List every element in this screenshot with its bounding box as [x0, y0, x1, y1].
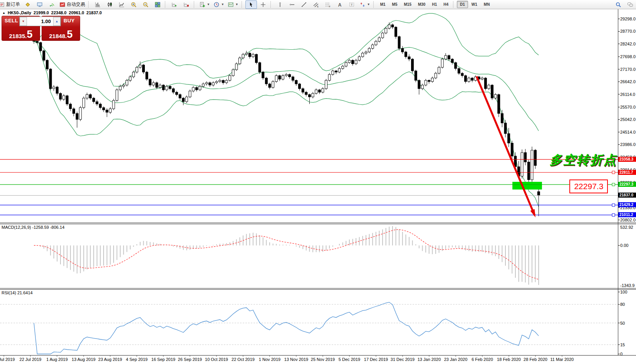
auto-scroll-button[interactable]: [169, 0, 180, 9]
svg-text:E: E: [317, 5, 319, 8]
templates-button[interactable]: ▼: [226, 0, 240, 9]
fibonacci-button[interactable]: F: [322, 0, 334, 9]
price-callout-label[interactable]: 22297.3: [569, 179, 608, 193]
rsi-level-label: 0: [620, 352, 623, 356]
zoom-out-button[interactable]: [140, 0, 151, 9]
annotation-text[interactable]: 多空转折点: [550, 152, 617, 169]
timeframe-m15-button[interactable]: M15: [401, 1, 414, 8]
market-watch-button[interactable]: [34, 0, 45, 9]
chevron-down-icon[interactable]: ▼: [367, 3, 370, 6]
vline-icon: [277, 2, 283, 8]
crosshair-button[interactable]: [257, 0, 269, 9]
rsi-line: [34, 302, 539, 354]
date-label: 17 Dec 2019: [364, 357, 388, 362]
date-label: 18 Feb 2020: [497, 357, 521, 362]
clock-icon: [213, 2, 220, 8]
svg-text:T: T: [351, 3, 352, 6]
chevron-down-icon[interactable]: ▼: [221, 3, 224, 6]
horizontal-line-button[interactable]: [286, 0, 298, 9]
chat-icon: [627, 2, 633, 8]
date-label: 1 Nov 2019: [259, 357, 280, 362]
date-label: 4 Sep 2019: [126, 357, 148, 362]
highlight-rectangle[interactable]: [512, 182, 542, 190]
timeframe-w1-button[interactable]: W1: [468, 1, 480, 8]
rsi-level-label: 80: [620, 302, 625, 307]
search-button[interactable]: [613, 0, 624, 9]
hline-handle[interactable]: [612, 214, 615, 216]
docplus-icon: [199, 2, 205, 8]
price-tick: 28770.0: [620, 29, 636, 34]
hline-handle[interactable]: [612, 183, 615, 186]
timeframe-m1-button[interactable]: M1: [377, 1, 389, 8]
new-order-button[interactable]: 新订单: [0, 0, 22, 9]
svg-text:F: F: [329, 5, 331, 8]
toolbar-separator: [373, 1, 376, 8]
monitor-icon: [37, 2, 43, 8]
text-label-button[interactable]: T: [346, 0, 357, 9]
volume-decrease-button[interactable]: ▼: [20, 17, 27, 26]
date-label: 28 Feb 2020: [524, 357, 547, 362]
timeframe-m5-button[interactable]: M5: [389, 1, 401, 8]
buy-label: BUY: [64, 18, 75, 23]
bollinger-middle-band: [34, 41, 539, 131]
vertical-line-button[interactable]: [274, 0, 286, 9]
timeframe-d1-button[interactable]: D1: [457, 1, 468, 8]
price-tick: 26642.0: [620, 79, 636, 84]
data-feed-button[interactable]: [46, 0, 57, 9]
rsi-level-label: 100: [620, 290, 627, 294]
price-line-chip: 22811.7: [618, 170, 636, 175]
toolbar-separator: [194, 1, 196, 8]
macd-indicator-label: MACD(12,26,9) -1258.59 -806.14: [2, 225, 64, 230]
zoomout-icon: [143, 2, 149, 8]
signal-icon: [49, 2, 55, 8]
line-chart-button[interactable]: [116, 0, 128, 9]
chevron-down-icon[interactable]: ▼: [235, 3, 238, 6]
autotrading-button[interactable]: 自动交易: [58, 0, 87, 9]
hline-handle[interactable]: [612, 171, 615, 174]
timeframe-h4-button[interactable]: H4: [440, 1, 451, 8]
arrows-button[interactable]: ▼: [358, 0, 372, 9]
indicators-button[interactable]: ▼: [198, 0, 211, 9]
cursor-button[interactable]: [245, 0, 257, 9]
search-icon: [615, 2, 621, 8]
channel-button[interactable]: E: [310, 0, 322, 9]
trendline-button[interactable]: [298, 0, 310, 9]
collapse-panel-icon[interactable]: ▲: [2, 11, 5, 15]
toolbar-separator: [165, 1, 167, 8]
price-tick: 23986.0: [620, 142, 636, 147]
chart-window-icon-button[interactable]: [22, 0, 34, 9]
date-label: 22 Oct 2019: [232, 357, 255, 362]
toolbar-button-label: 自动交易: [67, 1, 85, 8]
bar-chart-button[interactable]: [92, 0, 104, 9]
text-button[interactable]: A: [334, 0, 346, 9]
timeframe-m30-button[interactable]: M30: [415, 1, 428, 8]
chart-shift-button[interactable]: [181, 0, 192, 9]
chartstop-icon: [183, 2, 190, 8]
chevron-down-icon[interactable]: ▼: [207, 3, 210, 6]
price-tick: 27698.0: [620, 54, 636, 59]
candles-icon: [107, 2, 113, 8]
price-tick: 27170.0: [620, 67, 636, 72]
volume-increase-button[interactable]: ▲: [53, 17, 60, 26]
date-label: 25 Nov 2019: [311, 357, 335, 362]
price-line-chip: 23358.3: [618, 157, 636, 162]
toolbar-button-label: 新订单: [6, 1, 20, 8]
tile-windows-button[interactable]: [152, 0, 163, 9]
trend-arrow-line[interactable]: [477, 76, 535, 215]
timeframe-h1-button[interactable]: H1: [429, 1, 440, 8]
candlestick-chart-button[interactable]: [104, 0, 116, 9]
buy-price: 21848.5: [42, 29, 80, 40]
timeframe-mn-button[interactable]: MN: [481, 1, 493, 8]
toolbar-separator: [242, 1, 244, 8]
chart-ohlc-header: ▲ HK50-,Daily 21999.0 22348.0 20961.0 21…: [2, 10, 102, 15]
shapes-icon: [359, 2, 366, 8]
zoom-in-button[interactable]: [128, 0, 139, 9]
one-click-trading-panel: SELL 21835.5 BUY 21848.5 ▼ 1.00 ▲: [2, 16, 79, 40]
volume-value[interactable]: 1.00: [27, 17, 53, 26]
chat-button[interactable]: [624, 0, 636, 9]
macd-panel: [34, 226, 539, 285]
linechart-icon: [119, 2, 125, 8]
periods-button[interactable]: ▼: [212, 0, 226, 9]
close-value: 21837.0: [86, 10, 102, 15]
hline-handle[interactable]: [612, 204, 615, 206]
